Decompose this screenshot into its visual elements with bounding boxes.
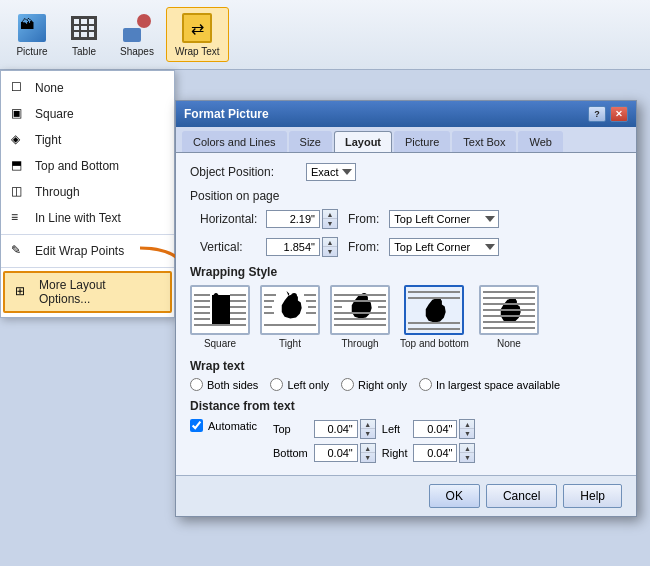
menu-item-none[interactable]: ☐ None	[1, 75, 174, 101]
radio-right-only[interactable]: Right only	[341, 378, 407, 391]
left-input[interactable]	[413, 420, 457, 438]
tab-picture[interactable]: Picture	[394, 131, 450, 152]
menu-item-top-bottom[interactable]: ⬒ Top and Bottom	[1, 153, 174, 179]
titlebar-buttons: ? ✕	[588, 106, 628, 122]
top-input[interactable]	[314, 420, 358, 438]
top-arrows: ▲ ▼	[360, 419, 376, 439]
svg-point-14	[213, 293, 219, 303]
tab-web[interactable]: Web	[518, 131, 562, 152]
wrap-icon-none	[479, 285, 539, 335]
tab-layout[interactable]: Layout	[334, 131, 392, 152]
vertical-input[interactable]	[266, 238, 320, 256]
ribbon-item-wrap-text-label: Wrap Text	[175, 46, 220, 57]
distance-inputs: Top ▲ ▼ Left ▲ ▼ Bottom	[273, 419, 476, 463]
radio-right-only-input[interactable]	[341, 378, 354, 391]
bottom-input[interactable]	[314, 444, 358, 462]
wrap-text-label: Wrap text	[190, 359, 622, 373]
horizontal-spinner: ▲ ▼	[266, 209, 338, 229]
ribbon-item-wrap-text[interactable]: ⇄ Wrap Text	[166, 7, 229, 62]
vertical-down[interactable]: ▼	[323, 247, 337, 256]
bottom-down[interactable]: ▼	[361, 453, 375, 462]
menu-edit-label: Edit Wrap Points	[35, 244, 124, 258]
menu-item-edit-wrap[interactable]: ✎ Edit Wrap Points	[1, 238, 174, 264]
bottom-spinner: ▲ ▼	[314, 443, 376, 463]
horizontal-down[interactable]: ▼	[323, 219, 337, 228]
wrap-option-square[interactable]: Square	[190, 285, 250, 349]
wrap-option-tight[interactable]: Tight	[260, 285, 320, 349]
menu-item-more-options[interactable]: ⊞ More Layout Options...	[3, 271, 172, 313]
tab-colors-lines[interactable]: Colors and Lines	[182, 131, 287, 152]
ribbon-item-picture-label: Picture	[16, 46, 47, 57]
bottom-arrows: ▲ ▼	[360, 443, 376, 463]
menu-through-label: Through	[35, 185, 80, 199]
shapes-icon	[121, 12, 153, 44]
wrapping-style-label: Wrapping Style	[190, 265, 622, 279]
vertical-spinner: ▲ ▼	[266, 237, 338, 257]
radio-largest-input[interactable]	[419, 378, 432, 391]
menu-item-tight[interactable]: ◈ Tight	[1, 127, 174, 153]
radio-largest-space[interactable]: In largest space available	[419, 378, 560, 391]
menu-item-square[interactable]: ▣ Square	[1, 101, 174, 127]
menu-item-through[interactable]: ◫ Through	[1, 179, 174, 205]
radio-both-sides-input[interactable]	[190, 378, 203, 391]
menu-item-inline[interactable]: ≡ In Line with Text	[1, 205, 174, 231]
automatic-checkbox[interactable]	[190, 419, 203, 432]
ribbon: Picture Table Shapes ⇄ Wrap Text	[0, 0, 650, 70]
right-input[interactable]	[413, 444, 457, 462]
vertical-label: Vertical:	[200, 240, 260, 254]
help-button[interactable]: Help	[563, 484, 622, 508]
distance-label: Distance from text	[190, 399, 622, 413]
wrap-option-top-bottom[interactable]: Top and bottom	[400, 285, 469, 349]
table-icon	[68, 12, 100, 44]
cancel-button[interactable]: Cancel	[486, 484, 557, 508]
right-down[interactable]: ▼	[460, 453, 474, 462]
ribbon-item-shapes[interactable]: Shapes	[112, 8, 162, 61]
vertical-up[interactable]: ▲	[323, 238, 337, 247]
horizontal-up[interactable]: ▲	[323, 210, 337, 219]
top-up[interactable]: ▲	[361, 420, 375, 429]
ok-button[interactable]: OK	[429, 484, 480, 508]
distance-section: Automatic Top ▲ ▼ Left ▲ ▼	[190, 419, 622, 463]
tight-icon: ◈	[11, 132, 27, 148]
ribbon-item-table[interactable]: Table	[60, 8, 108, 61]
vertical-arrows: ▲ ▼	[322, 237, 338, 257]
dialog-footer: OK Cancel Help	[176, 475, 636, 516]
menu-none-label: None	[35, 81, 64, 95]
top-down[interactable]: ▼	[361, 429, 375, 438]
wrap-label-none: None	[497, 338, 521, 349]
wrap-text-icon: ⇄	[181, 12, 213, 44]
object-position-label: Object Position:	[190, 165, 300, 179]
ribbon-item-shapes-label: Shapes	[120, 46, 154, 57]
close-button[interactable]: ✕	[610, 106, 628, 122]
tab-text-box[interactable]: Text Box	[452, 131, 516, 152]
radio-left-only-input[interactable]	[270, 378, 283, 391]
left-down[interactable]: ▼	[460, 429, 474, 438]
wrap-option-through[interactable]: Through	[330, 285, 390, 349]
object-position-row: Object Position: Exact	[190, 163, 622, 181]
through-icon: ◫	[11, 184, 27, 200]
wrap-text-radios: Both sides Left only Right only In large…	[190, 378, 622, 391]
horizontal-input[interactable]	[266, 210, 320, 228]
help-titlebar-button[interactable]: ?	[588, 106, 606, 122]
radio-both-sides[interactable]: Both sides	[190, 378, 258, 391]
automatic-checkbox-row[interactable]: Automatic	[190, 419, 257, 432]
wrap-icon-top-bottom	[404, 285, 464, 335]
from-select-1[interactable]: Top Left Corner	[389, 210, 499, 228]
right-up[interactable]: ▲	[460, 444, 474, 453]
wrap-label-tight: Tight	[279, 338, 301, 349]
object-position-select[interactable]: Exact	[306, 163, 356, 181]
dialog-body: Object Position: Exact Position on page …	[176, 153, 636, 475]
format-picture-dialog: Format Picture ? ✕ Colors and Lines Size…	[175, 100, 637, 517]
radio-left-only[interactable]: Left only	[270, 378, 329, 391]
right-dist-label: Right	[382, 447, 408, 459]
through-wrap-svg	[332, 287, 388, 333]
inline-icon: ≡	[11, 210, 27, 226]
wrap-option-none[interactable]: None	[479, 285, 539, 349]
left-up[interactable]: ▲	[460, 420, 474, 429]
bottom-up[interactable]: ▲	[361, 444, 375, 453]
menu-tight-label: Tight	[35, 133, 61, 147]
ribbon-item-picture[interactable]: Picture	[8, 8, 56, 61]
from-select-2[interactable]: Top Left Corner	[389, 238, 499, 256]
tab-size[interactable]: Size	[289, 131, 332, 152]
right-arrows: ▲ ▼	[459, 443, 475, 463]
